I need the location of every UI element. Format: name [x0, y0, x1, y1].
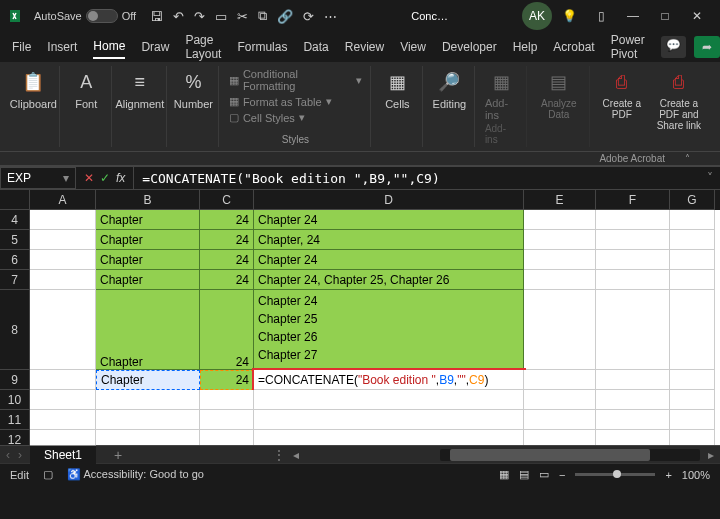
sheet-nav-prev-icon[interactable]: ‹ [6, 448, 10, 462]
cell[interactable] [524, 390, 596, 410]
zoom-slider[interactable] [575, 473, 655, 476]
rec-icon[interactable]: ▢ [43, 468, 53, 481]
cell[interactable] [30, 250, 96, 270]
save-icon[interactable]: 🖫 [150, 9, 163, 24]
cell[interactable]: Chapter 24, Chapter 25, Chapter 26 [254, 270, 524, 290]
select-all-corner[interactable] [0, 190, 30, 210]
view-page-icon[interactable]: ▤ [519, 468, 529, 481]
tab-page-layout[interactable]: Page Layout [185, 29, 221, 65]
cell[interactable]: 24 [200, 270, 254, 290]
cell[interactable]: Chapter [96, 270, 200, 290]
cell[interactable] [596, 210, 670, 230]
format-as-table-button[interactable]: ▦Format as Table ▾ [229, 95, 332, 108]
undo-icon[interactable]: ↶ [173, 9, 184, 24]
row-header[interactable]: 12 [0, 430, 30, 445]
tab-draw[interactable]: Draw [141, 36, 169, 58]
cell[interactable] [30, 390, 96, 410]
tab-acrobat[interactable]: Acrobat [553, 36, 594, 58]
horizontal-scrollbar[interactable] [440, 449, 700, 461]
add-sheet-button[interactable]: + [104, 447, 132, 463]
cell[interactable]: Chapter 24 [254, 250, 524, 270]
conditional-formatting-button[interactable]: ▦Conditional Formatting ▾ [229, 68, 362, 92]
row-header[interactable]: 9 [0, 370, 30, 390]
view-break-icon[interactable]: ▭ [539, 468, 549, 481]
cell[interactable] [596, 290, 670, 370]
new-icon[interactable]: ▭ [215, 9, 227, 24]
accept-formula-icon[interactable]: ✓ [100, 171, 110, 185]
cell[interactable] [524, 370, 596, 390]
link-icon[interactable]: 🔗 [277, 9, 293, 24]
cell[interactable] [596, 410, 670, 430]
fx-icon[interactable]: fx [116, 171, 125, 185]
tab-insert[interactable]: Insert [47, 36, 77, 58]
cell[interactable] [96, 410, 200, 430]
share-button[interactable]: ➦ [694, 36, 720, 58]
cell[interactable] [96, 430, 200, 445]
cell[interactable] [30, 210, 96, 230]
cell[interactable] [670, 370, 715, 390]
cell[interactable]: Chapter 24 Chapter 25 Chapter 26 Chapter… [254, 290, 524, 370]
view-normal-icon[interactable]: ▦ [499, 468, 509, 481]
copy-icon[interactable]: ⧉ [258, 8, 267, 24]
row-header[interactable]: 4 [0, 210, 30, 230]
cell[interactable] [30, 270, 96, 290]
cell[interactable] [670, 230, 715, 250]
col-header-c[interactable]: C [200, 190, 254, 210]
cell[interactable] [596, 390, 670, 410]
row-header[interactable]: 10 [0, 390, 30, 410]
col-header-e[interactable]: E [524, 190, 596, 210]
autosave-toggle[interactable] [86, 9, 118, 23]
cell[interactable] [596, 250, 670, 270]
col-header-f[interactable]: F [596, 190, 670, 210]
cell[interactable] [670, 430, 715, 445]
cell[interactable] [524, 270, 596, 290]
cell[interactable] [670, 210, 715, 230]
spreadsheet-grid[interactable]: A B C D E F G 4 5 6 7 8 9 10 11 12 Chapt… [0, 190, 720, 445]
cell[interactable] [670, 390, 715, 410]
number-icon[interactable]: % [179, 68, 207, 96]
cell[interactable] [30, 290, 96, 370]
cell[interactable] [30, 230, 96, 250]
cell[interactable] [200, 430, 254, 445]
col-header-g[interactable]: G [670, 190, 715, 210]
zoom-out-icon[interactable]: − [559, 469, 565, 481]
cell-c9-referenced[interactable]: 24 [200, 370, 254, 390]
cell-d9-editing[interactable]: =CONCATENATE("Book edition ",B9,"",C9) [254, 370, 524, 390]
cell[interactable]: 24 [200, 290, 254, 370]
ribbon-mode-icon[interactable]: ▯ [586, 2, 616, 30]
cell-styles-button[interactable]: ▢Cell Styles ▾ [229, 111, 305, 124]
accessibility-status[interactable]: ♿ Accessibility: Good to go [67, 468, 204, 481]
tab-developer[interactable]: Developer [442, 36, 497, 58]
editing-icon[interactable]: 🔎 [435, 68, 463, 96]
cell[interactable]: Chapter [96, 290, 200, 370]
minimize-button[interactable]: — [618, 2, 648, 30]
cell[interactable]: Chapter [96, 230, 200, 250]
alignment-icon[interactable]: ≡ [126, 68, 154, 96]
cell[interactable] [524, 250, 596, 270]
cell[interactable] [670, 250, 715, 270]
cell[interactable] [30, 410, 96, 430]
tab-power-pivot[interactable]: Power Pivot [611, 29, 645, 65]
collapse-ribbon-icon[interactable]: ˄ [685, 153, 690, 164]
cell[interactable] [524, 230, 596, 250]
cell[interactable] [670, 290, 715, 370]
cut-icon[interactable]: ✂ [237, 9, 248, 24]
row-header[interactable]: 8 [0, 290, 30, 370]
row-header[interactable]: 7 [0, 270, 30, 290]
cell[interactable] [596, 370, 670, 390]
tab-review[interactable]: Review [345, 36, 384, 58]
scroll-left-icon[interactable]: ◂ [293, 448, 299, 462]
sheet-nav-next-icon[interactable]: › [18, 448, 22, 462]
tab-help[interactable]: Help [513, 36, 538, 58]
cell[interactable] [200, 410, 254, 430]
paste-icon[interactable]: 📋 [19, 68, 47, 96]
name-box[interactable]: EXP▾ [0, 167, 76, 189]
lightbulb-icon[interactable]: 💡 [554, 2, 584, 30]
cell[interactable]: 24 [200, 250, 254, 270]
cells-icon[interactable]: ▦ [383, 68, 411, 96]
tab-file[interactable]: File [12, 36, 31, 58]
formula-bar-input[interactable]: =CONCATENATE("Book edition ",B9,"",C9) [134, 171, 700, 186]
pdf-icon[interactable]: ⎙ [608, 68, 636, 96]
cell[interactable]: Chapter, 24 [254, 230, 524, 250]
cell[interactable] [254, 390, 524, 410]
